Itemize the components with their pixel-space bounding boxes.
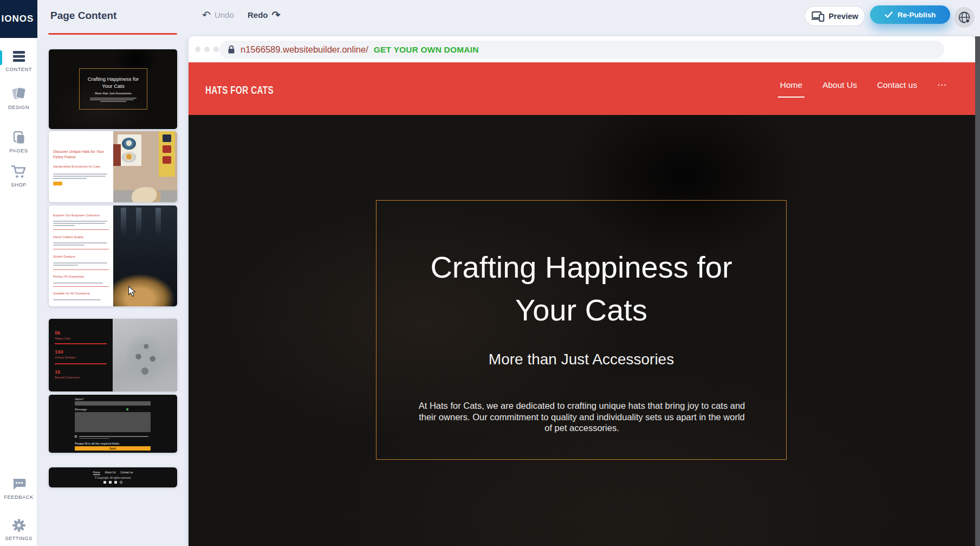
text-lines [53, 241, 107, 247]
hero-subtitle: More than Just Accessories [377, 351, 786, 368]
design-icon [11, 85, 27, 102]
lock-icon [228, 45, 235, 54]
hero-title: Crafting Happiness for Your Cats [377, 246, 786, 331]
collection-heading: Suitable for All Occasions [53, 292, 111, 295]
sidebar-item-pages[interactable]: PAGES [0, 130, 37, 153]
gear-icon [11, 518, 27, 533]
collection-heading: Stylish Designs [53, 255, 111, 258]
footer-thumb-copyright: © Copyright. All rights reserved. [49, 477, 177, 479]
hero-thumb-subtitle: More than Just Accessories [95, 92, 131, 95]
divider [53, 249, 109, 249]
footer-thumb-nav: Home About Us Contact us [49, 471, 177, 474]
photo-bowl [122, 152, 136, 163]
sidebar-item-label: SHOP [0, 182, 37, 188]
browser-window-dots [195, 47, 219, 52]
collection-heading: Hand-Crafted Quality [53, 235, 111, 239]
get-domain-link[interactable]: GET YOUR OWN DOMAIN [374, 45, 479, 55]
divider [53, 229, 109, 230]
section-thumb-feature[interactable]: Discover Unique Hats for Your Feline Fri… [49, 131, 177, 202]
form-name-input [75, 401, 151, 406]
footer-thumb-social-icons [49, 481, 177, 484]
hero-thumb-text-lines [90, 97, 137, 103]
site-header: HATS FOR CATS Home About Us Contact us ⋯ [189, 62, 975, 115]
sidebar-item-content[interactable]: CONTENT [0, 49, 37, 72]
sidebar-item-label: SETTINGS [0, 535, 37, 541]
ionos-logo-text: IONOS [2, 14, 34, 24]
street-photo [113, 131, 177, 202]
site-url[interactable]: n1566589.websitebuilder.online/ [241, 44, 368, 55]
nav-about[interactable]: About Us [822, 80, 857, 90]
sidebar-item-feedback[interactable]: FEEDBACK [0, 477, 37, 500]
page-title: Page Content [50, 10, 116, 22]
nav-more-button[interactable]: ⋯ [937, 79, 947, 91]
undo-button[interactable]: ↶ Undo [202, 10, 234, 20]
undo-icon: ↶ [202, 10, 211, 20]
stat-label: Repeat Customers [55, 376, 80, 379]
panel-accent-line [48, 33, 177, 35]
photo-banner [113, 144, 121, 166]
divider [55, 343, 107, 344]
undo-label: Undo [215, 10, 234, 20]
feature-thumb-text-lines [53, 172, 107, 180]
photo-bowl [122, 138, 136, 150]
divider [55, 363, 107, 364]
site-logo[interactable]: HATS FOR CATS [205, 84, 274, 97]
redo-button[interactable]: Redo ↷ [248, 10, 280, 20]
stat-value: 1k [55, 369, 61, 375]
section-thumb-form[interactable]: Name* Message Please fill in all the req… [49, 395, 177, 453]
hero-body-text: At Hats for Cats, we are dedicated to cr… [414, 400, 749, 434]
preview-label: Preview [829, 12, 859, 21]
sidebar-item-label: FEEDBACK [0, 494, 37, 500]
site-preview: n1566589.websitebuilder.online/ GET YOUR… [189, 36, 975, 546]
form-send-button: Send [75, 446, 151, 451]
cart-icon [11, 164, 27, 179]
stat-value: 150 [55, 349, 63, 355]
feature-thumb-subheading: Handcrafted Exclusively for Cats [53, 165, 109, 168]
form-message-textarea [75, 412, 151, 432]
text-lines [53, 220, 107, 227]
speech-bubble-icon [11, 477, 27, 492]
page-content-panel: Page Content Crafting Happiness for Your… [37, 0, 189, 546]
photo-reflection [155, 208, 161, 236]
sidebar-item-shop[interactable]: SHOP [0, 164, 37, 188]
section-thumb-collection[interactable]: Explore Our Exquisite Collection Hand-Cr… [49, 205, 177, 306]
form-required-note: Please fill in all the required fields. [75, 442, 120, 445]
republish-label: Re-Publish [898, 11, 936, 19]
section-thumb-stats[interactable]: 5k Happy Cats 150 Unique Designs 1k Repe… [49, 319, 177, 391]
hero-thumb-title: Crafting Happiness for Your Cats [88, 75, 139, 89]
section-thumb-footer[interactable]: Home About Us Contact us © Copyright. Al… [49, 467, 177, 487]
nav-contact[interactable]: Contact us [877, 80, 917, 90]
address-bar[interactable]: n1566589.websitebuilder.online/ GET YOUR… [219, 41, 944, 59]
sidebar-item-label: CONTENT [0, 66, 37, 72]
form-thumb-content: Name* Message Please fill in all the req… [75, 395, 151, 453]
content-icon [11, 49, 27, 64]
form-name-label: Name* [75, 397, 84, 401]
photo-cat [132, 187, 161, 202]
sidebar-item-design[interactable]: DESIGN [0, 85, 37, 110]
website-builder-app: IONOS CONTENT DESIGN PAGES [0, 0, 980, 546]
section-thumb-hero[interactable]: Crafting Happiness for Your Cats More th… [49, 49, 177, 129]
devices-icon [812, 10, 825, 22]
preview-scrollbar[interactable] [975, 36, 980, 546]
divider [53, 269, 109, 270]
nav-home[interactable]: Home [780, 80, 802, 90]
pawprint-photo [113, 319, 177, 391]
ionos-logo[interactable]: IONOS [0, 0, 37, 38]
republish-button[interactable]: Re-Publish [870, 5, 950, 24]
globe-icon [957, 10, 971, 24]
icon-rail: IONOS CONTENT DESIGN PAGES [0, 0, 37, 546]
form-message-label: Message [75, 408, 87, 411]
hero-thumb-box: Crafting Happiness for Your Cats More th… [79, 68, 147, 110]
hero-selected-block[interactable]: Crafting Happiness for Your Cats More th… [376, 200, 787, 460]
sidebar-item-settings[interactable]: SETTINGS [0, 518, 37, 541]
divider [53, 286, 109, 287]
collection-heading: Perfect Fit Guarantee [53, 275, 111, 278]
sidebar-item-label: DESIGN [0, 104, 37, 110]
photo-reflection [121, 208, 126, 236]
emoji-icon [126, 408, 128, 410]
stat-value: 5k [55, 330, 61, 336]
check-icon [885, 11, 893, 18]
preview-button[interactable]: Preview [804, 6, 865, 26]
photo-reflection [136, 208, 141, 236]
language-globe-button[interactable] [954, 7, 975, 28]
